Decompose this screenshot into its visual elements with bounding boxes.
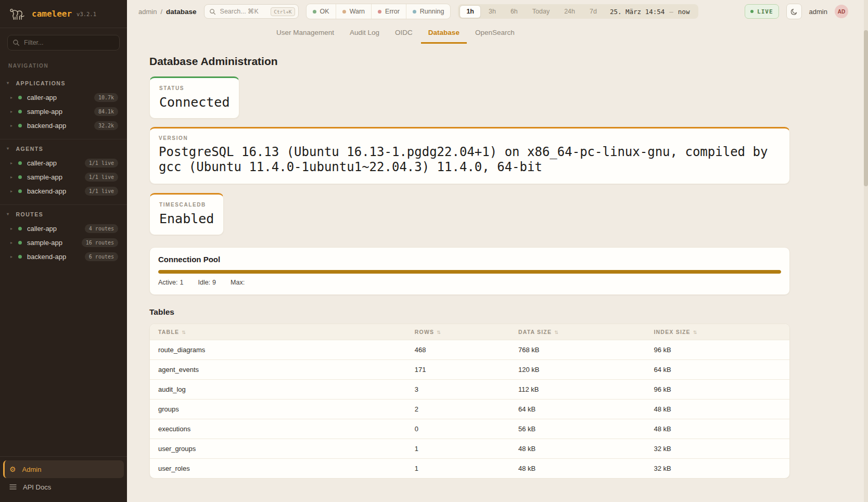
status-dot-icon	[18, 161, 22, 165]
routes-badge: 16 routes	[82, 238, 118, 247]
timescaledb-card: TIMESCALEDB Enabled	[149, 193, 224, 235]
sidebar-item-api-docs[interactable]: API Docs	[3, 478, 124, 496]
routes-badge: 4 routes	[85, 224, 118, 233]
connection-pool-card: Connection Pool Active: 1 Idle: 9 Max:	[149, 247, 790, 295]
status-filter-warn[interactable]: Warn	[336, 4, 371, 19]
time-range-3h[interactable]: 3h	[482, 5, 503, 18]
brand-header: cameleer v3.2.1	[0, 0, 127, 28]
status-filter-error[interactable]: Error	[371, 4, 406, 19]
time-range-group: 1h 3h 6h Today 24h 7d 25. März 14:54 — n…	[458, 4, 698, 19]
chevron-right-icon: ▸	[10, 241, 15, 245]
cell-index-size: 32 kB	[645, 439, 789, 458]
column-header-table[interactable]: TABLE⇅	[150, 324, 406, 340]
status-card-value: Connected	[159, 95, 229, 110]
section-routes: ▾ ROUTES ▸ caller-app 4 routes ▸ sample-…	[0, 204, 127, 270]
cell-table-name: user_roles	[150, 458, 406, 478]
status-dot-icon	[18, 227, 22, 230]
item-label: sample-app	[27, 239, 78, 247]
item-label: backend-app	[27, 253, 81, 261]
status-filter-running[interactable]: Running	[406, 4, 451, 19]
sidebar-item-sample-app-agent[interactable]: ▸ sample-app 1/1 live	[0, 170, 127, 184]
time-range-today[interactable]: Today	[526, 5, 556, 18]
time-range-24h[interactable]: 24h	[557, 5, 582, 18]
sidebar-item-caller-app-routes[interactable]: ▸ caller-app 4 routes	[0, 222, 127, 236]
date-range-end: now	[678, 8, 690, 16]
cell-index-size: 48 kB	[645, 399, 789, 419]
search-input[interactable]	[219, 7, 268, 16]
chevron-right-icon: ▸	[10, 96, 15, 100]
live-badge: 1/1 live	[85, 187, 118, 196]
sidebar-item-backend-app[interactable]: ▸ backend-app 32.2k	[0, 119, 127, 133]
version-card: VERSION PostgreSQL 16.13 (Ubuntu 16.13-1…	[149, 127, 790, 184]
tables-section-title: Tables	[149, 307, 790, 317]
version-card-value: PostgreSQL 16.13 (Ubuntu 16.13-1.pgdg22.…	[159, 145, 781, 175]
cell-data-size: 56 kB	[510, 419, 646, 439]
moon-icon	[790, 8, 798, 16]
sidebar-item-caller-app-agent[interactable]: ▸ caller-app 1/1 live	[0, 156, 127, 170]
sidebar-item-sample-app-routes[interactable]: ▸ sample-app 16 routes	[0, 236, 127, 250]
column-header-data-size[interactable]: DATA SIZE⇅	[510, 324, 646, 340]
cell-table-name: groups	[150, 399, 406, 419]
app-window: cameleer v3.2.1 NAVIGATION ▾ APPLICATION…	[0, 0, 868, 502]
status-filter-label: OK	[320, 8, 329, 15]
tab-user-management[interactable]: User Management	[269, 29, 341, 44]
scrollbar-thumb[interactable]	[864, 30, 868, 186]
status-filter-group: OK Warn Error Running	[306, 4, 451, 19]
sidebar-item-admin[interactable]: ⚙ Admin	[3, 460, 124, 478]
tables-table: TABLE⇅ ROWS⇅ DATA SIZE⇅ INDEX SIZE⇅ rout…	[150, 324, 789, 478]
sidebar-item-backend-app-routes[interactable]: ▸ backend-app 6 routes	[0, 250, 127, 264]
time-range-7d[interactable]: 7d	[583, 5, 604, 18]
section-header-applications[interactable]: ▾ APPLICATIONS	[0, 77, 127, 91]
item-label: caller-app	[27, 94, 91, 101]
date-range-display[interactable]: 25. März 14:54 — now	[605, 8, 697, 16]
section-label: AGENTS	[16, 146, 44, 152]
routes-badge: 6 routes	[85, 252, 118, 261]
status-dot-icon	[18, 110, 22, 113]
breadcrumb-admin[interactable]: admin	[138, 8, 157, 16]
theme-toggle-button[interactable]	[786, 4, 802, 19]
admin-tabbar: User Management Audit Log OIDC Database …	[127, 23, 868, 44]
sidebar-item-caller-app[interactable]: ▸ caller-app 10.7k	[0, 91, 127, 105]
chevron-down-icon: ▾	[7, 212, 10, 216]
pool-stat-active: Active: 1	[158, 279, 183, 286]
cell-index-size: 64 kB	[645, 359, 789, 379]
column-header-index-size[interactable]: INDEX SIZE⇅	[645, 324, 789, 340]
connection-pool-bar	[158, 270, 781, 274]
tab-oidc[interactable]: OIDC	[388, 29, 420, 44]
tab-audit-log[interactable]: Audit Log	[342, 29, 387, 44]
status-filter-ok[interactable]: OK	[307, 4, 336, 19]
cell-data-size: 64 kB	[510, 399, 646, 419]
tab-opensearch[interactable]: OpenSearch	[468, 29, 522, 44]
cell-rows: 3	[406, 379, 510, 399]
column-header-rows[interactable]: ROWS⇅	[406, 324, 510, 340]
search-icon	[209, 8, 216, 15]
cell-table-name: route_diagrams	[150, 340, 406, 359]
tab-database[interactable]: Database	[421, 29, 467, 44]
chevron-right-icon: ▸	[10, 110, 15, 114]
brand-version: v3.2.1	[76, 11, 96, 17]
live-toggle[interactable]: LIVE	[745, 4, 779, 19]
cell-rows: 2	[406, 399, 510, 419]
page-scrollbar	[864, 0, 868, 502]
count-badge: 32.2k	[94, 121, 118, 130]
time-range-1h[interactable]: 1h	[459, 5, 481, 18]
status-dot-icon	[18, 189, 22, 193]
filter-input[interactable]	[7, 35, 120, 50]
tables-card: TABLE⇅ ROWS⇅ DATA SIZE⇅ INDEX SIZE⇅ rout…	[149, 324, 790, 479]
section-header-agents[interactable]: ▾ AGENTS	[0, 143, 127, 156]
section-header-routes[interactable]: ▾ ROUTES	[0, 208, 127, 222]
time-range-6h[interactable]: 6h	[504, 5, 525, 18]
cell-index-size: 96 kB	[645, 379, 789, 399]
status-card: STATUS Connected	[149, 76, 239, 119]
sidebar-item-backend-app-agent[interactable]: ▸ backend-app 1/1 live	[0, 184, 127, 198]
sidebar-item-sample-app[interactable]: ▸ sample-app 84.1k	[0, 105, 127, 119]
table-header-row: TABLE⇅ ROWS⇅ DATA SIZE⇅ INDEX SIZE⇅	[150, 324, 789, 340]
count-badge: 10.7k	[94, 93, 118, 102]
table-row: route_diagrams 468 768 kB 96 kB	[150, 340, 789, 359]
list-icon	[9, 484, 17, 490]
cell-data-size: 112 kB	[510, 379, 646, 399]
date-range-separator: —	[669, 8, 673, 16]
breadcrumb-divider: /	[160, 8, 162, 16]
avatar[interactable]: AD	[835, 5, 848, 18]
item-label: caller-app	[27, 159, 81, 167]
